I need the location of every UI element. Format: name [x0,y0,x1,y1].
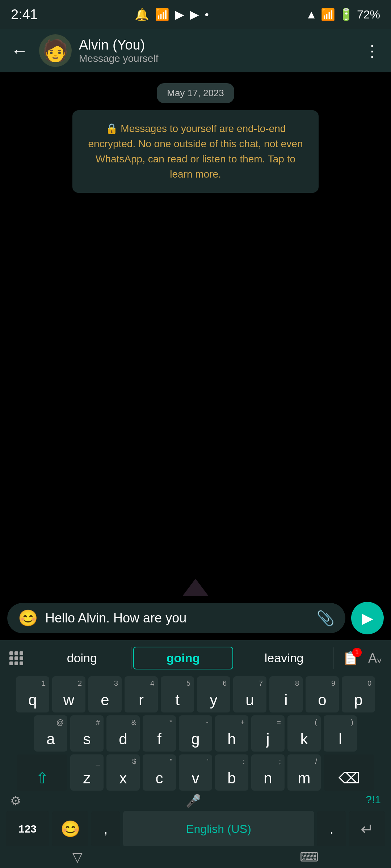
key-y[interactable]: 6y [197,676,230,712]
key-x[interactable]: $x [106,754,140,791]
sim-icon: 📶 [155,8,169,21]
key-s[interactable]: #s [70,715,104,752]
key-u[interactable]: 7u [233,676,266,712]
notification-icon: 🔔 [135,8,149,21]
back-icon: ← [11,41,28,60]
header-menu-button[interactable]: ⋮ [361,38,384,64]
comma-key[interactable]: , [91,811,120,847]
key-t[interactable]: 5t [161,676,194,712]
key-v[interactable]: 'v [179,754,212,791]
contact-status: Message yourself [79,53,353,64]
key-p[interactable]: 0p [342,676,375,712]
avatar[interactable]: 🧑 [39,34,72,67]
chat-header: ← 🧑 Alvin (You) Message yourself ⋮ [0,29,391,72]
signal-icon: 📶 [321,8,335,21]
status-icons: 🔔 📶 ▶ ▶ • [135,8,209,21]
nav-bar: ▽ ⌨ [0,846,391,868]
key-row-2: @a #s &d *f -g +h =j (k )l [3,715,388,752]
key-b[interactable]: :b [215,754,248,791]
period-key[interactable]: . [317,811,346,847]
suggestion-going[interactable]: going [133,647,234,669]
key-f[interactable]: *f [143,715,176,752]
autocorrect-button[interactable]: Aᵥ [365,648,385,669]
suggestion-doing[interactable]: doing [33,647,132,669]
clipboard-badge: 1 [352,648,362,657]
autocomplete-suggestions: doing going leaving [33,645,334,671]
youtube2-icon: ▶ [190,8,199,21]
autocomplete-row: doing going leaving 📋 1 Aᵥ [0,640,391,676]
shift-key[interactable]: ⇧ [17,754,67,791]
apps-button[interactable] [0,640,33,676]
emoji-button[interactable]: 😊 [18,609,38,627]
battery-icon: 🔋 [339,8,353,21]
key-o[interactable]: 9o [306,676,339,712]
key-j[interactable]: =j [251,715,285,752]
suggestion-leaving[interactable]: leaving [235,647,334,669]
key-e[interactable]: 3e [88,676,122,712]
status-right: ▲ 📶 🔋 72% [306,8,380,21]
status-time: 2:41 [11,7,38,22]
dot-icon: • [205,8,209,21]
chat-info: Alvin (You) Message yourself [79,37,353,64]
system-message-text: 🔒 Messages to yourself are end-to-end en… [88,123,303,180]
key-w[interactable]: 2w [52,676,85,712]
contact-name: Alvin (You) [79,37,353,53]
space-label: English (US) [186,822,251,836]
input-box[interactable]: 😊 Hello Alvin. How are you 📎 [7,603,345,633]
keys-area: 1q 2w 3e 4r 5t 6y 7u 8i 9o 0p @a #s &d *… [0,676,391,847]
avatar-image: 🧑 [42,38,68,63]
key-k[interactable]: (k [287,715,321,752]
send-button[interactable]: ▶ [351,602,384,634]
clipboard-button[interactable]: 📋 1 [340,648,362,669]
key-n[interactable]: ;n [251,754,285,791]
keyboard: doing going leaving 📋 1 Aᵥ 1q 2w 3e 4r 5… [0,640,391,868]
back-button[interactable]: ← [7,37,32,64]
key-g[interactable]: -g [179,715,212,752]
autocomplete-actions: 📋 1 Aᵥ [334,648,391,669]
battery-text: 72% [357,8,380,21]
key-m[interactable]: /m [287,754,321,791]
nav-keyboard-button[interactable]: ⌨ [300,850,319,865]
wifi-icon: ▲ [306,8,317,21]
symbols-label[interactable]: ?!1 [366,793,381,808]
key-a[interactable]: @a [34,715,67,752]
key-row-settings: ⚙ 🎤 ?!1 [3,793,388,808]
key-l[interactable]: )l [324,715,357,752]
status-bar: 2:41 🔔 📶 ▶ ▶ • ▲ 📶 🔋 72% [0,0,391,29]
key-r[interactable]: 4r [125,676,158,712]
key-row-3: ⇧ _z $x "c 'v :b ;n /m ⌫ [3,754,388,791]
keyboard-settings-icon[interactable]: ⚙ [10,793,21,808]
system-message[interactable]: 🔒 Messages to yourself are end-to-end en… [72,110,319,193]
space-key[interactable]: English (US) [123,811,314,847]
numbers-key[interactable]: 123 [6,811,49,847]
send-icon: ▶ [362,610,373,626]
key-d[interactable]: &d [106,715,140,752]
bottom-bar: 123 😊 , English (US) . ↵ [3,811,388,847]
input-area: 😊 Hello Alvin. How are you 📎 ▶ [0,596,391,640]
enter-key[interactable]: ↵ [349,811,385,847]
nav-back-button[interactable]: ▽ [72,850,83,865]
microphone-icon[interactable]: 🎤 [186,793,201,808]
message-input[interactable]: Hello Alvin. How are you [45,610,309,626]
key-c[interactable]: "c [143,754,176,791]
chat-area: May 17, 2023 🔒 Messages to yourself are … [0,72,391,204]
youtube-icon: ▶ [175,8,184,21]
key-row-1: 1q 2w 3e 4r 5t 6y 7u 8i 9o 0p [3,676,388,712]
key-i[interactable]: 8i [269,676,303,712]
date-badge: May 17, 2023 [157,83,234,103]
key-z[interactable]: _z [70,754,104,791]
emoji-keyboard-button[interactable]: 😊 [52,811,88,847]
attach-button[interactable]: 📎 [316,610,335,627]
backspace-key[interactable]: ⌫ [324,754,374,791]
key-q[interactable]: 1q [16,676,49,712]
key-h[interactable]: +h [215,715,248,752]
